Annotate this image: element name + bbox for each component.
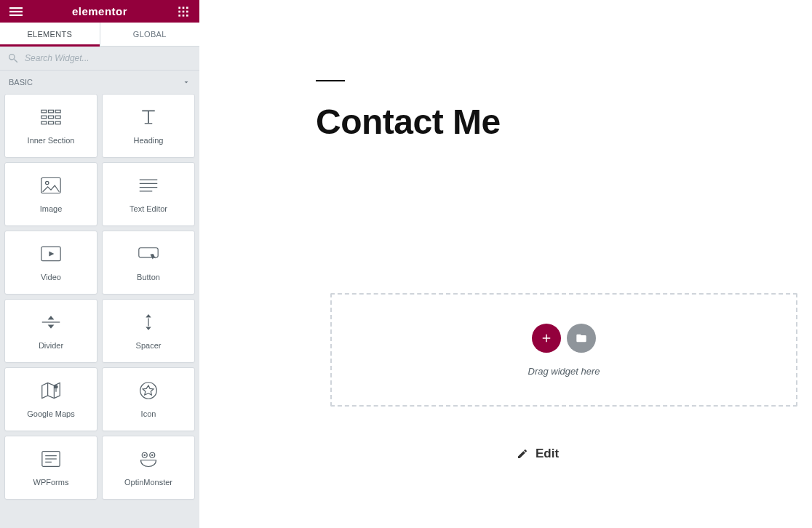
widget-label: Google Maps	[27, 409, 74, 418]
panel-tabs: ELEMENTS GLOBAL	[0, 23, 199, 47]
widget-icon[interactable]: Icon	[102, 367, 195, 431]
svg-rect-13	[49, 110, 54, 113]
elementor-panel: elementor ELEMENTS GLOBAL BASIC Inner Se…	[0, 0, 199, 528]
widget-label: Image	[40, 204, 63, 213]
widget-button[interactable]: Button	[102, 231, 195, 295]
chevron-down-icon	[182, 78, 191, 87]
widget-label: Video	[41, 273, 61, 281]
widget-spacer[interactable]: Spacer	[102, 299, 195, 363]
grid-icon	[178, 6, 189, 17]
spacer-icon	[138, 312, 159, 332]
apps-button[interactable]	[175, 3, 192, 20]
widget-divider[interactable]: Divider	[4, 299, 97, 363]
drop-zone[interactable]: Drag widget here	[330, 293, 797, 407]
pencil-icon	[517, 448, 528, 460]
svg-rect-15	[41, 116, 47, 119]
svg-point-33	[54, 385, 57, 388]
svg-rect-3	[178, 7, 180, 9]
tab-global[interactable]: GLOBAL	[100, 23, 200, 46]
drop-zone-hint: Drag widget here	[528, 366, 600, 377]
svg-rect-1	[9, 10, 23, 12]
google-maps-icon	[41, 380, 61, 401]
svg-point-41	[143, 454, 146, 456]
brand-title: elementor	[72, 5, 127, 17]
svg-rect-4	[183, 7, 185, 9]
svg-rect-0	[9, 7, 23, 9]
widget-label: Spacer	[136, 341, 162, 350]
svg-rect-19	[49, 121, 54, 124]
edit-section-handle[interactable]: Edit	[517, 447, 559, 461]
button-icon	[138, 244, 159, 264]
template-library-button[interactable]	[567, 324, 596, 353]
drop-zone-buttons	[532, 324, 596, 353]
svg-rect-11	[186, 15, 188, 17]
svg-rect-9	[178, 15, 180, 17]
divider-icon	[41, 312, 61, 332]
widgets-grid: Inner SectionHeadingImageText EditorVide…	[4, 94, 195, 500]
decorative-rule	[316, 80, 345, 81]
text-editor-icon	[138, 175, 159, 196]
tab-elements[interactable]: ELEMENTS	[0, 23, 100, 46]
hamburger-icon	[9, 5, 23, 18]
widget-label: Inner Section	[28, 136, 75, 145]
menu-button[interactable]	[7, 3, 25, 20]
widgets-scroll[interactable]: Inner SectionHeadingImageText EditorVide…	[0, 94, 199, 528]
icon-icon	[138, 380, 159, 401]
category-basic-header[interactable]: BASIC	[0, 71, 199, 94]
folder-icon	[576, 332, 587, 344]
widget-label: Text Editor	[130, 204, 167, 213]
panel-header: elementor	[0, 0, 199, 23]
svg-rect-8	[186, 10, 188, 12]
svg-rect-18	[41, 121, 47, 124]
widget-label: Heading	[134, 136, 164, 145]
widget-label: WPForms	[33, 478, 69, 487]
widget-label: Divider	[39, 341, 63, 350]
image-icon	[41, 175, 61, 196]
widget-inner-section[interactable]: Inner Section	[4, 94, 97, 158]
widget-heading[interactable]: Heading	[102, 94, 195, 158]
svg-rect-2	[9, 14, 23, 15]
page-heading-section[interactable]: Contact Me	[199, 0, 812, 171]
search-input[interactable]	[25, 53, 192, 63]
svg-rect-16	[49, 116, 54, 119]
svg-rect-14	[55, 110, 60, 113]
svg-rect-7	[183, 10, 185, 12]
widget-image[interactable]: Image	[4, 162, 97, 226]
category-basic-label: BASIC	[9, 78, 33, 87]
widget-label: OptinMonster	[124, 478, 172, 487]
svg-rect-17	[55, 116, 60, 119]
editor-canvas: Contact Me Drag widget here Edit	[199, 0, 812, 528]
widget-optinmonster[interactable]: OptinMonster	[102, 436, 195, 500]
svg-rect-10	[183, 15, 185, 17]
svg-rect-12	[41, 110, 47, 113]
widget-video[interactable]: Video	[4, 231, 97, 295]
search-icon	[7, 52, 19, 64]
edit-label: Edit	[536, 447, 559, 461]
svg-rect-5	[186, 7, 188, 9]
widget-label: Icon	[141, 409, 156, 418]
svg-rect-20	[55, 121, 60, 124]
heading-icon	[138, 107, 159, 127]
widget-google-maps[interactable]: Google Maps	[4, 367, 97, 431]
svg-point-42	[151, 454, 154, 456]
add-section-button[interactable]	[532, 324, 561, 353]
widget-label: Button	[137, 273, 160, 281]
plus-icon	[540, 332, 553, 345]
widget-wpforms[interactable]: WPForms	[4, 436, 97, 500]
optinmonster-icon	[138, 449, 159, 469]
svg-rect-6	[178, 10, 180, 12]
inner-section-icon	[41, 107, 61, 127]
wpforms-icon	[41, 449, 61, 469]
video-icon	[41, 244, 61, 264]
widget-text-editor[interactable]: Text Editor	[102, 162, 195, 226]
page-title: Contact Me	[316, 102, 797, 142]
svg-point-22	[46, 181, 49, 184]
search-row	[0, 47, 199, 71]
svg-rect-28	[139, 248, 158, 257]
